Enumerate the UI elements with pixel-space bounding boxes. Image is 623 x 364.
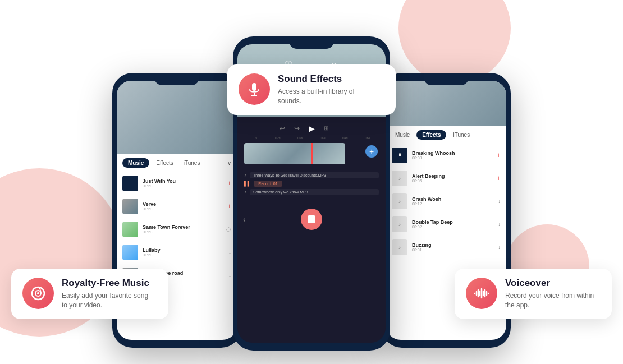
chevron-icon: ∨ [227, 160, 231, 166]
track-time: 01:23 [143, 230, 222, 234]
track-info: Just With You 01:23 [143, 178, 223, 188]
feature-card-sound: Sound Effects Access a built-in library … [227, 64, 396, 115]
microphone-icon [246, 81, 263, 98]
list-item: ⏸ Breaking Whoosh 00:08 + [386, 144, 506, 167]
effect-info: Crash Wosh 00:12 [412, 196, 493, 206]
redo-icon[interactable]: ↪ [294, 125, 300, 132]
notch-right [424, 73, 469, 85]
music-note-icon-2: ♪ [244, 190, 246, 195]
music-feature-text: Royalty-Free Music Easily add your favor… [62, 278, 152, 310]
split-icon[interactable]: ⊞ [324, 125, 328, 131]
track-title: Lullaby [143, 247, 224, 253]
track-title: Just With You [143, 178, 223, 184]
tab-bar-left: Music Effects iTunes ∨ [117, 154, 237, 172]
timeline-controls: ↩ ↪ ▶ ⊞ ⛶ [237, 122, 386, 135]
voice-icon-circle [466, 278, 497, 309]
add-effect-icon[interactable]: + [497, 151, 501, 159]
recording-label[interactable]: Record_01 [254, 181, 282, 187]
track-time: 01:23 [143, 253, 224, 257]
music-icon-circle [22, 278, 54, 309]
effect-time: 00:01 [412, 248, 493, 252]
tab-effects-active[interactable]: Effects [416, 130, 446, 140]
list-item: ♪ Double Tap Beep 00:02 ↓ [386, 213, 506, 236]
track-info: Verve 01:23 [143, 201, 223, 211]
track-thumb [122, 199, 138, 214]
effect-title: Alert Beeping [412, 173, 492, 179]
track-title: Same Town Forever [143, 224, 222, 230]
add-icon[interactable]: + [227, 202, 231, 210]
music-icon [30, 285, 47, 302]
loading-icon: ◌ [226, 226, 231, 232]
effect-info: Breaking Whoosh 00:08 [412, 150, 492, 160]
back-bottom-icon[interactable]: ‹ [243, 215, 246, 224]
add-track-button[interactable]: + [365, 145, 378, 158]
play-thumb[interactable]: ⏸ [122, 176, 138, 191]
track-title: Verve [143, 201, 223, 207]
effect-time: 00:12 [412, 202, 493, 206]
audio-track-label-2[interactable]: Somewhere only we know MP3 [250, 189, 379, 195]
playhead [312, 143, 313, 164]
timeline-area: ↩ ↪ ▶ ⊞ ⛶ 0s 02s 02s 04s 04s 06s [237, 117, 386, 203]
list-item: ⏸ Just With You 01:23 + [117, 172, 237, 195]
tab-music-right[interactable]: Music [392, 130, 413, 140]
track-info: Lullaby 01:23 [143, 247, 224, 257]
ruler-mark: 04s [312, 136, 334, 140]
ruler-mark: 06s [356, 136, 379, 140]
effect-title: Breaking Whoosh [412, 150, 492, 156]
waveform-icon [473, 285, 490, 302]
tab-bar-right: Music Effects iTunes [386, 126, 506, 144]
effect-time: 00:06 [412, 179, 492, 183]
list-item: ♪ Buzzing 00:01 ↓ [386, 236, 506, 259]
track-time: 01:23 [143, 207, 223, 211]
list-item: Same Town Forever 01:23 ◌ [117, 218, 237, 241]
audio-track-item: ♪ Somewhere only we know MP3 [244, 188, 379, 196]
list-item: Verve 01:23 + [117, 195, 237, 218]
effect-title: Double Tap Beep [412, 219, 493, 225]
feature-card-voice: Voiceover Record your voice from within … [455, 269, 612, 319]
play-thumb-effects[interactable]: ⏸ [392, 148, 407, 163]
effect-info: Alert Beeping 00:06 [412, 173, 492, 183]
tab-itunes-right[interactable]: iTunes [450, 130, 473, 140]
voice-feature-title: Voiceover [505, 278, 595, 289]
list-item: Lullaby 01:23 ↓ [117, 241, 237, 264]
track-time: 01:23 [143, 184, 223, 188]
download-icon[interactable]: ↓ [228, 272, 231, 278]
effect-thumb: ♪ [392, 239, 407, 255]
video-thumbnail[interactable] [244, 143, 345, 164]
download-effect-icon[interactable]: ↓ [498, 198, 501, 204]
waveform-icon: ▌▌ [244, 181, 250, 186]
download-effect-icon[interactable]: ↓ [498, 221, 501, 227]
music-feature-desc: Easily add your favorite song to your vi… [62, 291, 152, 310]
effect-time: 00:02 [412, 225, 493, 229]
audio-track-label[interactable]: Three Ways To Get Travel Discounts.MP3 [250, 172, 379, 178]
track-thumb [122, 245, 138, 260]
effect-time: 00:08 [412, 156, 492, 160]
audio-track-item: ▌▌ Record_01 [244, 179, 379, 188]
undo-icon[interactable]: ↩ [280, 125, 285, 132]
track-thumb [122, 222, 138, 237]
download-icon[interactable]: ↓ [228, 249, 231, 255]
record-button[interactable] [301, 209, 322, 230]
add-effect-icon[interactable]: + [497, 174, 501, 182]
play-button[interactable]: ▶ [309, 124, 315, 133]
voice-feature-text: Voiceover Record your voice from within … [505, 278, 595, 310]
effect-title: Crash Wosh [412, 196, 493, 202]
add-icon[interactable]: + [227, 179, 231, 187]
video-track: + [237, 141, 386, 169]
ruler-mark: 02s [289, 136, 312, 140]
tab-effects-left[interactable]: Effects [153, 158, 176, 168]
fullscreen-icon[interactable]: ⛶ [337, 125, 343, 132]
sound-feature-text: Sound Effects Access a built-in library … [278, 73, 368, 106]
feature-card-music: Royalty-Free Music Easily add your favor… [11, 269, 168, 319]
tab-music[interactable]: Music [122, 158, 149, 168]
tab-itunes-left[interactable]: iTunes [180, 158, 204, 168]
audio-track-item: ♪ Three Ways To Get Travel Discounts.MP3 [244, 171, 379, 179]
music-feature-title: Royalty-Free Music [62, 278, 152, 289]
svg-rect-3 [252, 83, 256, 91]
sound-feature-desc: Access a built-in library of sounds. [278, 87, 368, 106]
download-effect-icon[interactable]: ↓ [498, 244, 501, 250]
effect-thumb: ♪ [392, 193, 407, 209]
notch-center [289, 36, 334, 49]
effect-thumb: ♪ [392, 216, 407, 232]
effect-thumb: ♪ [392, 171, 407, 186]
